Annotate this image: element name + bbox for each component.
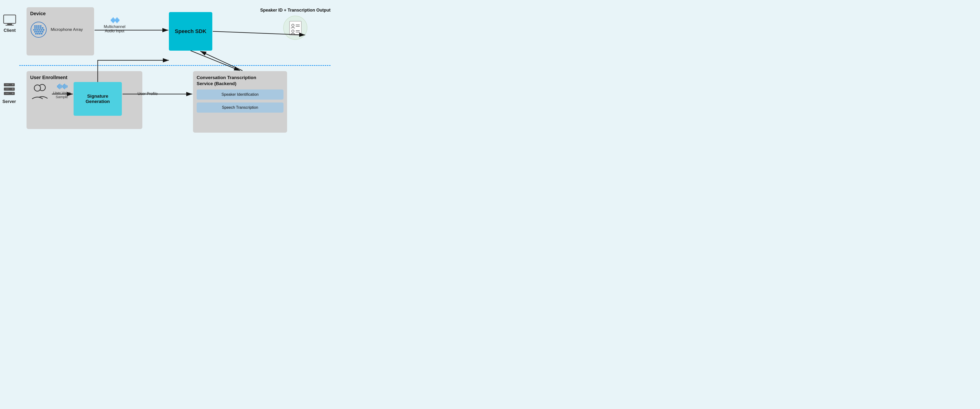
device-title: Device bbox=[30, 11, 91, 16]
svg-rect-2 bbox=[6, 25, 14, 25]
audio-input-area: MultichannelAudio Input bbox=[104, 17, 126, 33]
device-box: Device Microphone Array bbox=[27, 7, 94, 55]
voice-arrow-area: User VoiceSample bbox=[53, 84, 71, 99]
signature-generation-label: Signature Generation bbox=[73, 91, 122, 106]
svg-point-20 bbox=[40, 27, 41, 29]
svg-point-15 bbox=[38, 25, 40, 27]
svg-point-24 bbox=[37, 29, 38, 31]
speech-sdk-label: Speech SDK bbox=[175, 28, 207, 35]
svg-point-23 bbox=[35, 29, 37, 31]
svg-point-19 bbox=[38, 27, 40, 29]
output-title: Speaker ID + Transcription Output bbox=[260, 7, 331, 13]
svg-point-22 bbox=[33, 29, 35, 31]
svg-point-13 bbox=[34, 25, 36, 27]
svg-point-34 bbox=[37, 33, 38, 35]
svg-point-17 bbox=[34, 27, 36, 29]
svg-point-4 bbox=[12, 84, 14, 86]
svg-point-55 bbox=[34, 85, 41, 91]
svg-point-29 bbox=[36, 31, 38, 33]
users-icon bbox=[30, 83, 49, 100]
monitor-icon bbox=[2, 14, 17, 27]
document-people-icon bbox=[288, 20, 303, 36]
svg-point-18 bbox=[36, 27, 38, 29]
speaker-identification-box: Speaker Identification bbox=[197, 89, 283, 100]
svg-point-35 bbox=[39, 33, 41, 35]
server-label: Server bbox=[2, 99, 16, 104]
speech-sdk-box: Speech SDK bbox=[169, 12, 212, 51]
svg-point-36 bbox=[41, 33, 43, 35]
audio-wave-icon bbox=[110, 17, 119, 24]
enrollment-title: User Enrollment bbox=[30, 75, 139, 80]
svg-point-14 bbox=[36, 25, 38, 27]
cts-title: Conversation TranscriptionService (Backe… bbox=[197, 75, 283, 87]
svg-point-21 bbox=[42, 27, 43, 29]
client-label: Client bbox=[4, 28, 16, 33]
svg-rect-0 bbox=[4, 15, 16, 24]
signature-generation-box: Signature Generation bbox=[73, 82, 122, 116]
output-icon bbox=[283, 16, 307, 40]
svg-point-25 bbox=[39, 29, 41, 31]
svg-point-10 bbox=[12, 93, 14, 94]
diagram-container: Client Server Device bbox=[0, 0, 338, 140]
svg-line-72 bbox=[191, 51, 240, 71]
svg-line-73 bbox=[200, 51, 242, 71]
svg-point-26 bbox=[41, 29, 43, 31]
audio-input-label: MultichannelAudio Input bbox=[104, 25, 126, 33]
svg-point-27 bbox=[43, 29, 45, 31]
server-section: Server bbox=[2, 82, 16, 104]
svg-rect-1 bbox=[7, 24, 12, 25]
microphone-array-icon bbox=[30, 21, 47, 38]
microphone-array-label: Microphone Array bbox=[51, 27, 83, 32]
server-icon bbox=[3, 82, 16, 98]
speech-transcription-box: Speech Transcription bbox=[197, 103, 283, 113]
svg-point-30 bbox=[38, 31, 40, 33]
svg-point-28 bbox=[34, 31, 36, 33]
svg-point-7 bbox=[12, 88, 14, 90]
mic-content: Microphone Array bbox=[30, 21, 91, 38]
svg-point-32 bbox=[42, 31, 43, 33]
cts-box: Conversation TranscriptionService (Backe… bbox=[193, 71, 287, 133]
output-area: Speaker ID + Transcription Output bbox=[260, 7, 331, 40]
divider-line bbox=[19, 65, 331, 66]
client-section: Client bbox=[2, 14, 17, 33]
user-profile-label: User Profile bbox=[137, 92, 158, 96]
svg-point-33 bbox=[35, 33, 37, 35]
voice-wave-icon bbox=[56, 84, 68, 89]
svg-point-16 bbox=[40, 25, 41, 27]
voice-sample-label: User VoiceSample bbox=[53, 91, 71, 99]
svg-point-31 bbox=[40, 31, 41, 33]
